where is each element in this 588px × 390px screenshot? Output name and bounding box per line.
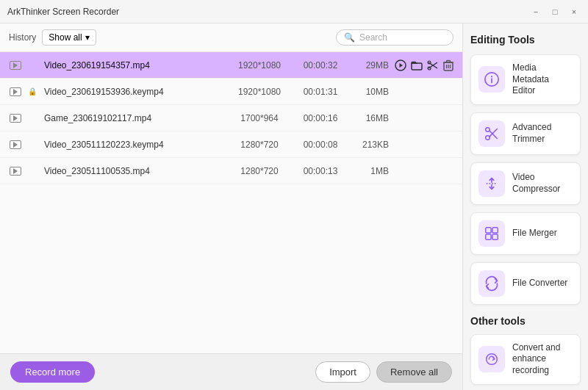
file-type-icon bbox=[9, 166, 22, 176]
cut-button[interactable] bbox=[427, 58, 439, 73]
file-converter-icon-wrap bbox=[478, 270, 505, 297]
lock-icon: 🔒 bbox=[28, 87, 38, 95]
table-row[interactable]: 🔒 Game_230619102117.mp4 1700*964 00:00:1… bbox=[0, 105, 462, 131]
file-duration: 00:01:31 bbox=[295, 87, 346, 97]
enhance-icon bbox=[484, 351, 500, 367]
file-size: 10MB bbox=[352, 87, 389, 97]
show-all-dropdown[interactable]: Show all ▾ bbox=[42, 29, 96, 46]
file-list: 🔒 Video_230619154357.mp4 1920*1080 00:00… bbox=[0, 52, 462, 353]
advanced-trimmer-icon-wrap bbox=[478, 120, 505, 147]
file-merger-icon-wrap bbox=[478, 220, 505, 247]
search-box[interactable]: 🔍 bbox=[336, 29, 453, 46]
file-resolution: 1280*720 bbox=[230, 140, 289, 150]
svg-point-25 bbox=[487, 354, 498, 365]
tool-media-metadata[interactable]: Media Metadata Editor bbox=[470, 54, 581, 105]
scissors-icon bbox=[484, 126, 500, 142]
convert-enhance-label: Convert and enhance recording bbox=[512, 342, 573, 377]
file-duration: 00:00:13 bbox=[295, 166, 346, 176]
file-merger-label: File Merger bbox=[512, 228, 557, 239]
file-resolution: 1920*1080 bbox=[230, 87, 289, 97]
main-layout: History Show all ▾ 🔍 🔒 Video_23061915435… bbox=[0, 24, 588, 390]
app-title: ArkThinker Screen Recorder bbox=[7, 7, 529, 17]
right-panel: Editing Tools Media Metadata Editor bbox=[463, 24, 588, 390]
svg-rect-24 bbox=[492, 234, 498, 239]
file-type-icon bbox=[9, 113, 22, 123]
file-duration: 00:00:16 bbox=[295, 113, 346, 123]
minimize-button[interactable]: − bbox=[529, 5, 542, 18]
file-size: 16MB bbox=[352, 113, 389, 123]
file-size: 1MB bbox=[352, 166, 389, 176]
titlebar: ArkThinker Screen Recorder − □ × bbox=[0, 0, 588, 24]
tool-file-merger[interactable]: File Merger bbox=[470, 212, 581, 255]
advanced-trimmer-label: Advanced Trimmer bbox=[512, 122, 573, 145]
video-compressor-label: Video Compressor bbox=[512, 172, 573, 195]
tool-convert-enhance[interactable]: Convert and enhance recording bbox=[470, 334, 581, 385]
compress-icon bbox=[484, 176, 500, 192]
convert-icon bbox=[484, 275, 500, 292]
tool-file-converter[interactable]: File Converter bbox=[470, 262, 581, 305]
editing-tools-title: Editing Tools bbox=[470, 34, 581, 46]
file-converter-label: File Converter bbox=[512, 278, 567, 289]
svg-rect-2 bbox=[412, 63, 422, 70]
file-size: 29MB bbox=[352, 60, 389, 71]
close-button[interactable]: × bbox=[567, 5, 581, 18]
record-more-button[interactable]: Record more bbox=[10, 361, 95, 383]
video-compressor-icon-wrap bbox=[478, 170, 505, 197]
file-type-icon bbox=[9, 87, 22, 97]
svg-line-16 bbox=[490, 131, 498, 139]
other-tools-title: Other tools bbox=[470, 315, 581, 327]
folder-button[interactable] bbox=[411, 58, 423, 73]
convert-enhance-icon-wrap bbox=[478, 346, 505, 372]
file-name: Game_230619102117.mp4 bbox=[44, 113, 224, 123]
merge-icon bbox=[484, 225, 500, 242]
svg-rect-21 bbox=[486, 228, 491, 233]
media-metadata-icon-wrap bbox=[478, 66, 505, 93]
file-actions bbox=[395, 58, 453, 73]
file-duration: 00:00:32 bbox=[295, 60, 346, 71]
table-row[interactable]: 🔒 Video_230511120223.keymp4 1280*720 00:… bbox=[0, 131, 462, 158]
file-resolution: 1280*720 bbox=[230, 166, 289, 176]
import-button[interactable]: Import bbox=[315, 361, 370, 383]
show-all-label: Show all bbox=[49, 32, 82, 43]
table-row[interactable]: 🔒 Video_230619153936.keymp4 1920*1080 00… bbox=[0, 79, 462, 105]
file-type-icon bbox=[9, 60, 22, 71]
file-name: Video_230619153936.keymp4 bbox=[44, 87, 224, 97]
file-duration: 00:00:08 bbox=[295, 140, 346, 150]
window-controls: − □ × bbox=[529, 5, 581, 18]
svg-marker-1 bbox=[400, 63, 404, 68]
table-row[interactable]: 🔒 Video_230619154357.mp4 1920*1080 00:00… bbox=[0, 52, 462, 79]
info-icon bbox=[484, 71, 500, 87]
file-size: 213KB bbox=[352, 140, 389, 150]
table-row[interactable]: 🔒 Video_230511100535.mp4 1280*720 00:00:… bbox=[0, 158, 462, 184]
file-name: Video_230619154357.mp4 bbox=[44, 60, 224, 71]
svg-line-17 bbox=[490, 129, 498, 137]
search-input[interactable] bbox=[359, 32, 448, 43]
remove-all-button[interactable]: Remove all bbox=[376, 361, 452, 383]
left-panel: History Show all ▾ 🔍 🔒 Video_23061915435… bbox=[0, 24, 463, 390]
tool-video-compressor[interactable]: Video Compressor bbox=[470, 162, 581, 205]
history-label: History bbox=[9, 32, 36, 43]
file-resolution: 1920*1080 bbox=[230, 60, 289, 71]
file-name: Video_230511100535.mp4 bbox=[44, 166, 224, 176]
svg-rect-22 bbox=[492, 228, 498, 233]
maximize-button[interactable]: □ bbox=[548, 5, 562, 18]
file-name: Video_230511120223.keymp4 bbox=[44, 140, 224, 150]
toolbar: History Show all ▾ 🔍 bbox=[0, 24, 462, 52]
delete-button[interactable] bbox=[443, 58, 453, 73]
svg-rect-23 bbox=[486, 234, 491, 239]
file-type-icon bbox=[9, 140, 22, 150]
media-metadata-label: Media Metadata Editor bbox=[512, 62, 573, 97]
tool-advanced-trimmer[interactable]: Advanced Trimmer bbox=[470, 112, 581, 155]
play-button[interactable] bbox=[395, 58, 406, 73]
svg-point-12 bbox=[491, 76, 492, 78]
file-resolution: 1700*964 bbox=[230, 113, 289, 123]
chevron-down-icon: ▾ bbox=[85, 32, 90, 43]
search-icon: 🔍 bbox=[344, 32, 355, 43]
bottom-bar: Record more Import Remove all bbox=[0, 353, 462, 390]
